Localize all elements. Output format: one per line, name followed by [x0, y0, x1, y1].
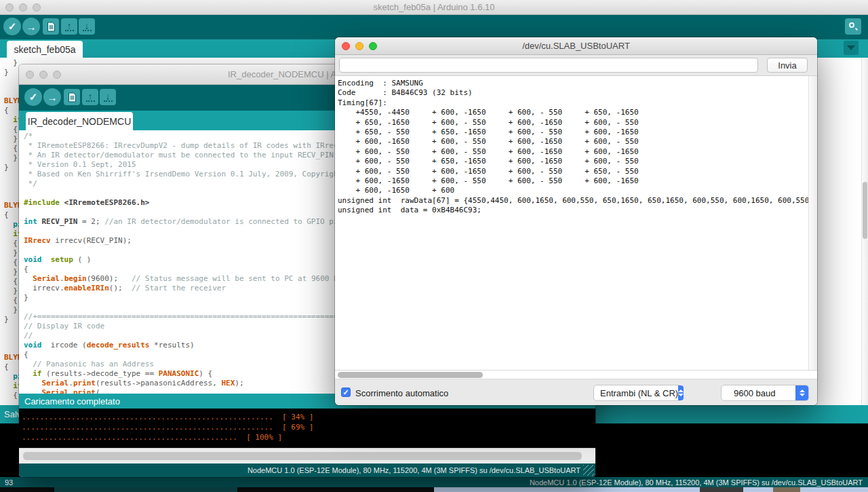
editor-board-info: NodeMCU 1.0 (ESP-12E Module), 80 MHz, 11…: [248, 466, 580, 474]
verify-button[interactable]: ✓: [24, 88, 42, 106]
upload-progress-console: ........................................…: [19, 409, 595, 448]
tab-dropdown-button[interactable]: [844, 41, 859, 55]
document-icon: [68, 92, 77, 102]
autoscroll-checkbox[interactable]: ✓: [341, 387, 351, 397]
minimize-button[interactable]: [19, 3, 27, 12]
right-arrow-icon: →: [47, 92, 58, 103]
zoom-button[interactable]: [53, 71, 61, 79]
document-icon: [47, 22, 56, 32]
line-number: 93: [5, 478, 13, 487]
minimize-button[interactable]: [355, 42, 363, 50]
serial-terminal-output: Encoding : SAMSUNGCode : B4B46C93 (32 bi…: [335, 76, 817, 216]
baud-rate-select[interactable]: 9600 baud: [721, 385, 809, 401]
send-button-label: Invia: [778, 60, 796, 71]
editor-window-title: IR_decoder_NODEMCU | A: [228, 67, 336, 82]
editor-bottombar: NodeMCU 1.0 (ESP-12E Module), 80 MHz, 11…: [19, 463, 595, 477]
serial-monitor-window: /dev/cu.SLAB_USBtoUART Invia Encoding : …: [335, 37, 817, 405]
editor-hscrollbar-thumb[interactable]: [23, 452, 582, 460]
right-arrow-icon: →: [26, 21, 37, 33]
serial-terminal: Encoding : SAMSUNGCode : B4B46C93 (32 bi…: [335, 76, 817, 370]
main-titlebar[interactable]: sketch_feb05a | Arduino 1.6.10: [0, 0, 868, 15]
autoscroll-label: Scorrimento automatico: [355, 388, 448, 398]
open-arrow-icon: ↑: [65, 22, 74, 31]
send-button[interactable]: Invia: [767, 58, 808, 73]
upload-progress-output: ........................................…: [19, 409, 595, 442]
close-button[interactable]: [5, 3, 14, 12]
serial-titlebar[interactable]: /dev/cu.SLAB_USBtoUART: [335, 37, 817, 55]
save-sketch-button[interactable]: ↓: [100, 89, 116, 105]
verify-button[interactable]: ✓: [3, 18, 21, 35]
tab-ir-decoder-nodemcu[interactable]: IR_decoder_NODEMCU: [26, 112, 133, 130]
main-bottombar: 93 NodeMCU 1.0 (ESP-12E Module), 80 MHz,…: [0, 477, 868, 487]
line-ending-select[interactable]: Entrambi (NL & CR): [593, 385, 682, 401]
serial-input-row: Invia: [335, 55, 817, 76]
zoom-button[interactable]: [33, 3, 41, 12]
main-window-title: sketch_feb05a | Arduino 1.6.10: [0, 0, 868, 15]
magnifier-icon: [849, 22, 857, 31]
serial-monitor-button[interactable]: [845, 18, 861, 35]
check-icon: ✓: [8, 20, 17, 33]
dock-strip-scrollbar: [434, 487, 868, 492]
upload-button[interactable]: →: [43, 88, 61, 106]
main-board-info: NodeMCU 1.0 (ESP-12E Module), 80 MHz, 11…: [530, 478, 863, 487]
select-stepper-icon: [795, 385, 808, 400]
chevron-down-icon: [847, 45, 855, 50]
line-ending-value: Entrambi (NL & CR): [594, 388, 678, 398]
dock-strip: [0, 487, 868, 492]
serial-hscrollbar[interactable]: [335, 370, 817, 379]
serial-input[interactable]: [339, 58, 758, 73]
main-toolbar: ✓ → ↑ ↓: [0, 15, 868, 39]
dock-item-tan: [773, 487, 800, 492]
open-arrow-icon: ↑: [86, 93, 95, 102]
resize-handle[interactable]: [583, 465, 594, 476]
minimize-button[interactable]: [39, 71, 47, 79]
check-icon: ✓: [29, 91, 38, 103]
dock-strip-teal: [54, 487, 237, 492]
serial-bottombar: ✓ Scorrimento automatico Entrambi (NL & …: [335, 379, 817, 405]
save-arrow-icon: ↓: [104, 93, 113, 102]
close-button[interactable]: [26, 71, 34, 79]
save-sketch-button[interactable]: ↓: [79, 18, 95, 35]
save-arrow-icon: ↓: [83, 22, 92, 31]
dock-item-dark: [700, 487, 743, 492]
main-vertical-scrollbar[interactable]: [861, 58, 868, 405]
open-sketch-button[interactable]: ↑: [61, 18, 77, 35]
upload-button[interactable]: →: [22, 18, 40, 35]
close-button[interactable]: [342, 42, 350, 50]
baud-rate-value: 9600 baud: [722, 388, 795, 398]
serial-vscrollbar-track[interactable]: [808, 76, 817, 370]
editor-status-message: Caricamento completato: [24, 396, 120, 406]
screen: sketch_feb05a | Arduino 1.6.10 ✓ → ↑ ↓ s…: [0, 0, 868, 492]
new-sketch-button[interactable]: [64, 89, 80, 105]
tab-label: IR_decoder_NODEMCU: [28, 116, 132, 127]
serial-window-title: /dev/cu.SLAB_USBtoUART: [335, 37, 817, 55]
tab-sketch-feb05a[interactable]: sketch_feb05a: [7, 41, 83, 58]
open-sketch-button[interactable]: ↑: [82, 89, 98, 105]
select-stepper-icon: [678, 385, 684, 400]
serial-hscrollbar-thumb[interactable]: [338, 372, 483, 378]
editor-console-hscrollbar[interactable]: [19, 448, 595, 463]
zoom-button[interactable]: [369, 42, 377, 50]
tab-label: sketch_feb05a: [14, 44, 75, 55]
new-sketch-button[interactable]: [43, 18, 59, 35]
main-scrollbar-thumb[interactable]: [863, 182, 867, 239]
